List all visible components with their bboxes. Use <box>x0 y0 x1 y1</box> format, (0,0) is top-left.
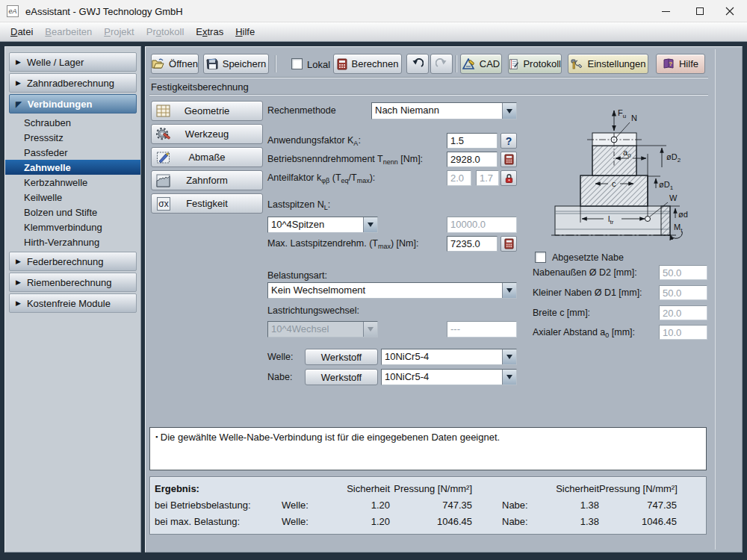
sidebar-section-welle-lager[interactable]: ▶Welle / Lager <box>9 52 137 72</box>
cad-ruler-icon <box>462 58 475 69</box>
zahnform-button[interactable]: Zahnform <box>151 170 263 190</box>
abgesetzte-nabe-label: Abgesetzte Nabe <box>552 252 624 263</box>
nabe-werkstoff-button[interactable]: Werkstoff <box>305 369 378 385</box>
settings-button[interactable]: Einstellungen <box>568 54 648 74</box>
menu-datei[interactable]: Datei <box>4 24 39 40</box>
results-welle-label: Welle: <box>282 500 338 511</box>
diagram-label-mt: Mt <box>674 223 683 234</box>
results-row-label: bei max. Belastung: <box>155 516 282 527</box>
chevron-down-icon <box>502 370 516 385</box>
results-header-sicherheit-nabe: Sicherheit <box>530 483 599 494</box>
lock-button[interactable] <box>500 170 517 186</box>
torque-calculator-button[interactable] <box>500 152 517 167</box>
sidebar-section-verbindungen[interactable]: ◤Verbindungen <box>9 94 137 113</box>
chevron-down-icon <box>502 283 516 298</box>
betriebsnenndrehmoment-input[interactable]: 2928.0 <box>447 152 498 167</box>
chevron-down-icon <box>363 217 377 232</box>
sidebar-section-zahnradberechnung[interactable]: ▶Zahnradberechnung <box>9 73 137 93</box>
undo-icon <box>412 58 424 70</box>
tooth-profile-icon <box>156 174 170 187</box>
diagram-label-n: N <box>631 113 637 122</box>
anwendungsfaktor-input[interactable]: 1.5 <box>447 133 498 149</box>
sidebar-section-riemenberechnung[interactable]: ▶Riemenberechnung <box>9 273 137 292</box>
belastungsart-select[interactable]: Kein Wechselmoment <box>267 282 517 299</box>
menu-bearbeiten: Bearbeiten <box>39 24 98 40</box>
open-button[interactable]: Öffnen <box>151 54 199 74</box>
abmasse-button[interactable]: Abmaße <box>151 147 263 167</box>
menu-hilfe[interactable]: Hilfe <box>229 24 261 40</box>
results-header-pressung-nabe: Pressung [N/mm²] <box>599 483 677 494</box>
svg-text:?: ? <box>669 60 672 67</box>
message-text: Die gewählte Welle-Nabe-Verbindung ist f… <box>161 432 500 443</box>
d1-input: 50.0 <box>659 285 707 300</box>
max-torque-calculator-button[interactable] <box>500 236 517 252</box>
sidebar-item-klemmverbindung[interactable]: Klemmverbindung <box>9 220 137 234</box>
d1-label: Kleiner Naben Ø D1 [mm]: <box>533 287 642 298</box>
breite-c-label: Breite c [mm]: <box>533 308 590 318</box>
sidebar-item-bolzen-und-stifte[interactable]: Bolzen und Stifte <box>9 205 137 220</box>
minimize-button[interactable] <box>648 0 683 22</box>
sigma-icon: σx <box>157 197 170 211</box>
max-lastspitzendrehmoment-input[interactable]: 7235.0 <box>447 236 498 252</box>
diagram-label-c: c <box>612 179 616 188</box>
sidebar-item-presssitz[interactable]: Presssitz <box>9 130 137 145</box>
results-row-label: bei Betriebsbelastung: <box>155 500 282 511</box>
rechenmethode-select[interactable]: Nach Niemann <box>371 102 517 119</box>
question-icon: ? <box>506 135 512 147</box>
header-groove-bottom <box>149 94 708 96</box>
nabe-label: Nabe: <box>267 372 292 382</box>
sidebar-section-kostenfreie-module[interactable]: ▶Kostenfreie Module <box>9 293 137 313</box>
results-title: Ergebnis: <box>155 483 282 494</box>
abgesetzte-nabe-checkbox[interactable] <box>535 252 546 263</box>
chevron-down-icon <box>502 349 516 364</box>
max-lastspitzendrehmoment-label: Max. Lastspitzendrehm. (Tmax) [Nm]: <box>267 238 418 250</box>
maximize-icon <box>696 7 704 15</box>
geometrie-button[interactable]: Geometrie <box>151 101 263 121</box>
chevron-down-icon <box>502 103 516 119</box>
results-welle-label: Welle: <box>282 516 338 527</box>
anteilfaktor-input-1: 2.0 <box>447 170 471 186</box>
chevron-expanded-icon: ◤ <box>16 100 22 108</box>
redo-button <box>430 54 453 74</box>
chevron-right-icon: ▶ <box>16 279 21 286</box>
sidebar-item-hirth-verzahnung[interactable]: Hirth-Verzahnung <box>9 234 137 249</box>
save-button[interactable]: Speichern <box>203 54 269 74</box>
sidebar-item-zahnwelle-selected[interactable]: Zahnwelle <box>5 160 140 175</box>
diagram-label-d2: øD2 <box>666 152 681 164</box>
sidebar-item-kerbzahnwelle[interactable]: Kerbzahnwelle <box>9 175 137 190</box>
welle-werkstoff-select[interactable]: 10NiCr5-4 <box>381 349 517 365</box>
protokoll-button[interactable]: Protokoll <box>508 54 562 74</box>
results-header-spacer <box>282 483 338 494</box>
sidebar-item-schrauben[interactable]: Schrauben <box>9 115 137 130</box>
sidebar-section-federberechnung[interactable]: ▶Federberechnung <box>9 252 137 271</box>
lock-icon <box>504 172 514 184</box>
lastspitzen-select[interactable]: 10^4Spitzen <box>267 217 378 233</box>
chevron-right-icon: ▶ <box>16 58 21 66</box>
help-question-button[interactable]: ? <box>500 133 517 149</box>
tolerances-icon <box>156 151 170 164</box>
lokal-checkbox[interactable] <box>291 58 303 69</box>
open-folder-icon <box>152 58 164 69</box>
calculator-icon <box>504 154 514 165</box>
diagram-label-fu: Fu <box>618 108 626 119</box>
welle-label: Welle: <box>267 352 294 362</box>
toolbar-separator <box>456 55 457 72</box>
festigkeit-button[interactable]: σx Festigkeit <box>151 193 263 214</box>
sidebar-item-passfeder[interactable]: Passfeder <box>9 145 137 160</box>
calculator-icon <box>504 238 514 249</box>
anteilfaktor-label: Anteilfaktor kφβ (Teq/Tmax): <box>267 172 375 184</box>
close-button[interactable] <box>713 0 747 22</box>
sidebar-item-keilwelle[interactable]: Keilwelle <box>9 190 137 205</box>
menu-extras[interactable]: Extras <box>190 24 229 40</box>
calculate-button[interactable]: Berechnen <box>333 54 402 74</box>
results-welle-sicherheit: 1.20 <box>338 516 390 527</box>
cad-button[interactable]: CAD <box>460 54 502 74</box>
welle-werkstoff-button[interactable]: Werkstoff <box>305 349 378 365</box>
werkzeug-button[interactable]: Werkzeug <box>151 124 263 144</box>
chevron-right-icon: ▶ <box>16 79 21 87</box>
undo-button[interactable] <box>406 54 429 74</box>
window-title: eAssistant - GWJ Technology GmbH <box>25 6 183 17</box>
d2-label: Nabenaußen Ø D2 [mm]: <box>533 267 637 278</box>
help-button[interactable]: ? Hilfe <box>656 54 705 74</box>
nabe-werkstoff-select[interactable]: 10NiCr5-4 <box>381 369 517 385</box>
